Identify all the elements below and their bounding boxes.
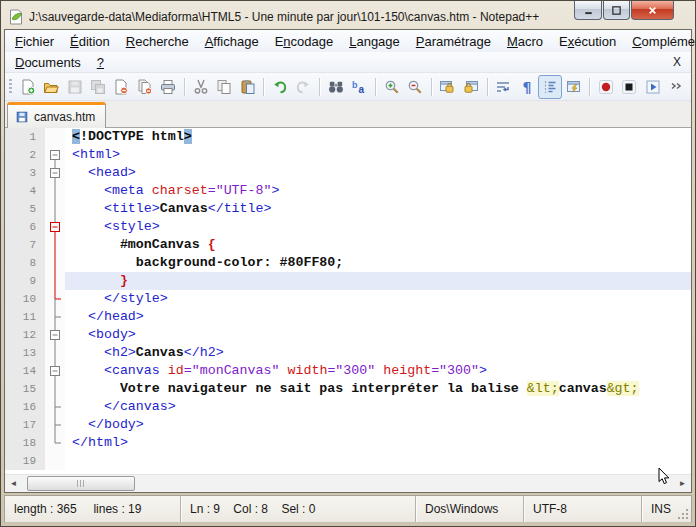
line-number[interactable]: 18 (5, 434, 45, 452)
menu-langage[interactable]: Langage (341, 32, 408, 51)
scroll-left-button[interactable]: ◄ (5, 475, 22, 492)
tab-label: canvas.htm (34, 110, 95, 124)
cut-button[interactable] (189, 75, 212, 99)
fold-toggle-icon[interactable] (45, 326, 65, 344)
find-button[interactable] (324, 75, 347, 99)
menu-execution[interactable]: Exécution (551, 32, 624, 51)
menu-macro[interactable]: Macro (499, 32, 551, 51)
menu-complements[interactable]: Compléments (624, 32, 696, 51)
close-button[interactable] (631, 1, 674, 20)
line-number[interactable]: 15 (5, 380, 45, 398)
line-number[interactable]: 5 (5, 200, 45, 218)
minimize-button[interactable] (574, 1, 602, 20)
code-line-row: 4 <meta charset="UTF-8"> (5, 182, 691, 200)
fold-toggle-icon[interactable] (45, 164, 65, 182)
toolbar-overflow-button[interactable] (665, 74, 688, 98)
save-file-button[interactable] (63, 75, 86, 99)
tab-canvas-htm[interactable]: canvas.htm (7, 102, 106, 128)
code-line: </head> (65, 308, 691, 326)
line-number[interactable]: 4 (5, 182, 45, 200)
paste-button[interactable] (236, 75, 259, 99)
line-number[interactable]: 2 (5, 146, 45, 164)
save-all-button[interactable] (86, 75, 109, 99)
close-all-button[interactable] (133, 75, 156, 99)
code-line: <head> (65, 164, 691, 182)
line-number[interactable]: 19 (5, 452, 45, 470)
code-line: <h2>Canvas</h2> (65, 344, 691, 362)
line-number[interactable]: 11 (5, 308, 45, 326)
line-number[interactable]: 14 (5, 362, 45, 380)
menu-parametrage[interactable]: Paramétrage (408, 32, 499, 51)
toolbar-separator (375, 78, 376, 96)
new-file-button[interactable] (16, 75, 39, 99)
code-line-row: 10 </style> (5, 290, 691, 308)
fold-toggle-icon[interactable] (45, 362, 65, 380)
line-number[interactable]: 16 (5, 398, 45, 416)
code-line: } (65, 272, 691, 290)
macro-stop-button[interactable] (618, 75, 641, 99)
menu-affichage[interactable]: Affichage (197, 32, 267, 51)
line-number[interactable]: 17 (5, 416, 45, 434)
macro-play-button[interactable] (641, 75, 664, 99)
line-number[interactable]: 8 (5, 254, 45, 272)
line-number[interactable]: 1 (5, 128, 45, 146)
status-eol-format[interactable]: Dos\Windows (415, 496, 523, 522)
title-bar[interactable]: J:\sauvegarde-data\Mediaforma\HTML5 - Un… (4, 4, 692, 29)
fold-margin (45, 182, 65, 200)
horizontal-scrollbar[interactable]: ◄ ► (5, 474, 691, 492)
maximize-icon (610, 4, 623, 17)
line-number[interactable]: 7 (5, 236, 45, 254)
close-file-button[interactable] (110, 75, 133, 99)
sync-vertical-scrolling-button[interactable] (436, 75, 459, 99)
line-number[interactable]: 9 (5, 272, 45, 290)
status-encoding[interactable]: UTF-8 (523, 496, 641, 522)
sync-horizontal-scrolling-button[interactable] (459, 75, 482, 99)
toolbar-separator (487, 78, 488, 96)
zoom-out-button[interactable] (403, 75, 426, 99)
redo-button[interactable] (292, 75, 315, 99)
scroll-right-button[interactable]: ► (674, 475, 691, 492)
menu-recherche[interactable]: Recherche (118, 32, 197, 51)
show-indent-guide-button[interactable] (538, 75, 561, 99)
macro-record-button[interactable] (594, 75, 617, 99)
open-file-button[interactable] (39, 75, 62, 99)
code-line: <html> (65, 146, 691, 164)
client-area: FichierÉditionRechercheAffichageEncodage… (4, 29, 692, 493)
code-line-row: 3 <head> (5, 164, 691, 182)
line-number[interactable]: 12 (5, 326, 45, 344)
maximize-button[interactable] (603, 1, 630, 20)
show-all-characters-icon: ¶ (519, 79, 535, 95)
code-editor[interactable]: 1<!DOCTYPE html>2<html>3 <head>4 <meta c… (5, 128, 691, 474)
menu-aide[interactable]: ? (89, 53, 112, 72)
code-line-row: 9 } (5, 272, 691, 290)
fold-margin (45, 290, 65, 308)
user-defined-dialog-button[interactable] (562, 75, 585, 99)
toolbar-separator (589, 78, 590, 96)
toolbar-grip[interactable] (9, 79, 12, 95)
print-button[interactable] (157, 75, 180, 99)
menu-encodage[interactable]: Encodage (267, 32, 342, 51)
menu-edition[interactable]: Édition (62, 32, 118, 51)
line-number[interactable]: 10 (5, 290, 45, 308)
replace-button[interactable]: ba (348, 75, 371, 99)
fold-toggle-icon[interactable] (45, 218, 65, 236)
zoom-in-button[interactable] (380, 75, 403, 99)
code-line-row: 2<html> (5, 146, 691, 164)
line-number[interactable]: 3 (5, 164, 45, 182)
menu-fichier[interactable]: Fichier (7, 32, 62, 51)
code-line-row: 8 background-color: #80FF80; (5, 254, 691, 272)
menubar-close-button[interactable]: X (665, 55, 689, 69)
scrollbar-thumb[interactable] (27, 476, 135, 491)
fold-margin (45, 398, 65, 416)
show-indent-guide-icon (542, 79, 558, 95)
undo-button[interactable] (268, 75, 291, 99)
line-number[interactable]: 13 (5, 344, 45, 362)
show-all-characters-button[interactable]: ¶ (515, 75, 538, 99)
scrollbar-grip (77, 480, 86, 487)
menu-documents[interactable]: Documents (7, 53, 89, 72)
line-number[interactable]: 6 (5, 218, 45, 236)
resize-grip[interactable] (677, 508, 690, 521)
word-wrap-button[interactable] (492, 75, 515, 99)
copy-button[interactable] (212, 75, 235, 99)
fold-toggle-icon[interactable] (45, 146, 65, 164)
